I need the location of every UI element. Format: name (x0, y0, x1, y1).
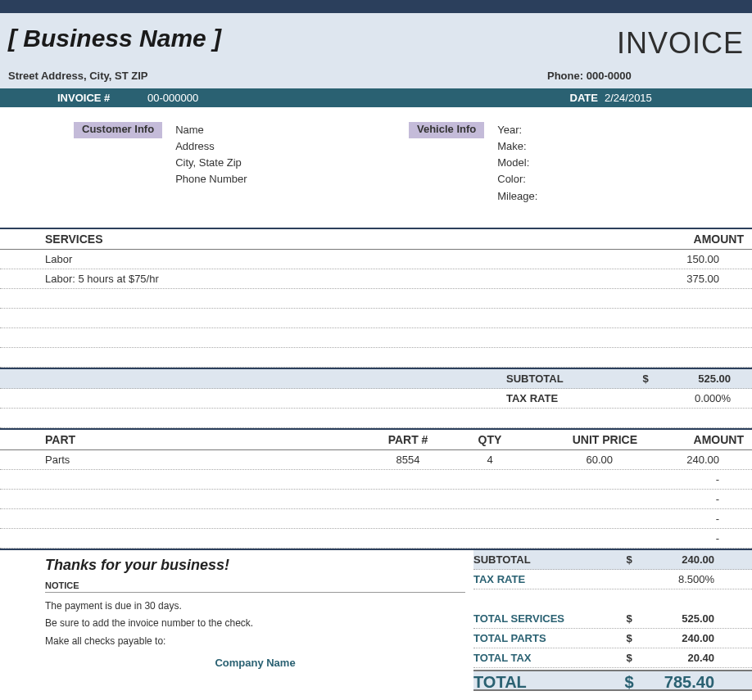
total-parts-row: TOTAL PARTS $ 240.00 (473, 629, 752, 648)
invoice-number: 00-000000 (147, 92, 557, 104)
customer-address: Address (175, 138, 247, 155)
service-row: Labor150.00 (0, 250, 752, 269)
part-desc: Parts (45, 454, 359, 466)
vehicle-info-pill: Vehicle Info (409, 122, 484, 138)
vehicle-year: Year: (497, 122, 537, 138)
services-amount-label: AMOUNT (637, 233, 744, 246)
date-value: 2/24/2015 (605, 92, 744, 104)
date-label: DATE (557, 92, 598, 104)
part-number: 8554 (359, 454, 457, 466)
parts-header: PART PART # QTY UNIT PRICE AMOUNT (0, 428, 752, 450)
gap-row (473, 589, 752, 609)
total-parts-label: TOTAL PARTS (473, 632, 621, 644)
total-tax-label: TOTAL TAX (473, 652, 621, 664)
parts-header-part: PART (45, 433, 359, 446)
phone-value: 000-0000 (587, 70, 632, 82)
services-taxrate-value: 0.000% (654, 392, 744, 404)
parts-header-qty: QTY (457, 433, 523, 446)
customer-phone: Phone Number (175, 171, 247, 187)
phone-label: Phone: (547, 70, 583, 82)
part-row: - (0, 509, 752, 529)
parts-taxrate-row: TAX RATE 8.500% (473, 570, 752, 589)
vehicle-mileage: Mileage: (497, 188, 537, 205)
notice-line-2: Be sure to add the invoice number to the… (45, 615, 465, 633)
grand-total-value: 785.40 (637, 670, 727, 691)
customer-info-pill: Customer Info (74, 122, 162, 138)
service-desc: Labor: 5 hours at $75/hr (45, 273, 637, 285)
part-row: - (0, 490, 752, 509)
parts-taxrate-value: 8.500% (637, 573, 727, 585)
company-name: Company Name (45, 657, 465, 669)
services-subtotal-block: SUBTOTAL $ 525.00 TAX RATE 0.000% (0, 368, 752, 428)
service-amount: 375.00 (637, 273, 744, 285)
header: [ Business Name ] INVOICE Street Address… (0, 13, 752, 88)
part-qty: 4 (457, 454, 523, 466)
top-strip (0, 0, 752, 13)
meta-bar: INVOICE # 00-000000 DATE 2/24/2015 (0, 88, 752, 107)
customer-city: City, State Zip (175, 155, 247, 171)
thanks-message: Thanks for your business! (45, 557, 465, 574)
part-amount: 240.00 (637, 454, 744, 466)
vehicle-model: Model: (497, 155, 537, 171)
service-row (0, 309, 752, 328)
part-row: - (0, 470, 752, 490)
notice-line-1: The payment is due in 30 days. (45, 598, 465, 616)
parts-subtotal-row: SUBTOTAL $ 240.00 (473, 550, 752, 570)
parts-header-num: PART # (359, 433, 457, 446)
part-row: Parts8554460.00240.00 (0, 450, 752, 470)
part-row: - (0, 529, 752, 549)
business-phone: Phone: 000-0000 (547, 70, 744, 82)
service-row: Labor: 5 hours at $75/hr375.00 (0, 269, 752, 289)
parts-subtotal-currency: $ (621, 553, 637, 566)
services-subtotal-currency: $ (637, 373, 654, 385)
customer-col: Customer Info Name Address City, State Z… (74, 122, 409, 205)
parts-subtotal-label: SUBTOTAL (473, 553, 621, 566)
info-row: Customer Info Name Address City, State Z… (0, 107, 752, 210)
business-address: Street Address, City, ST ZIP (8, 70, 547, 82)
service-row (0, 348, 752, 368)
invoice-title: INVOICE (617, 26, 744, 61)
total-services-value: 525.00 (637, 612, 727, 625)
customer-name: Name (175, 122, 247, 138)
parts-header-uprice: UNIT PRICE (523, 433, 637, 446)
grand-total-currency: $ (621, 670, 637, 691)
vehicle-color: Color: (497, 171, 537, 187)
parts-header-amount: AMOUNT (637, 433, 744, 446)
services-header-label: SERVICES (45, 233, 637, 246)
service-desc: Labor (45, 253, 637, 265)
service-row (0, 289, 752, 309)
part-unit-price: 60.00 (523, 454, 637, 466)
services-header: SERVICES AMOUNT (0, 228, 752, 250)
customer-lines: Name Address City, State Zip Phone Numbe… (175, 122, 247, 205)
total-services-row: TOTAL SERVICES $ 525.00 (473, 609, 752, 629)
services-taxrate-row: TAX RATE 0.000% (0, 389, 752, 409)
total-services-label: TOTAL SERVICES (473, 612, 621, 625)
grand-total-row: TOTAL $ 785.40 (473, 670, 752, 691)
total-parts-value: 240.00 (637, 632, 727, 644)
vehicle-lines: Year: Make: Model: Color: Mileage: (497, 122, 537, 205)
total-tax-currency: $ (621, 652, 637, 664)
footer-split: Thanks for your business! NOTICE The pay… (0, 549, 752, 691)
part-amount: - (637, 513, 744, 525)
total-parts-currency: $ (621, 632, 637, 644)
total-tax-row: TOTAL TAX $ 20.40 (473, 648, 752, 668)
part-amount: - (637, 473, 744, 485)
service-row (0, 328, 752, 348)
part-amount: - (637, 532, 744, 544)
services-blank-row (0, 409, 752, 428)
total-services-currency: $ (621, 612, 637, 625)
services-subtotal-value: 525.00 (654, 373, 744, 385)
notice-header: NOTICE (45, 580, 465, 593)
service-amount: 150.00 (637, 253, 744, 265)
total-tax-value: 20.40 (637, 652, 727, 664)
footer-right: SUBTOTAL $ 240.00 TAX RATE 8.500% TOTAL … (473, 550, 752, 691)
services-subtotal-row: SUBTOTAL $ 525.00 (0, 369, 752, 389)
services-taxrate-label: TAX RATE (506, 392, 637, 404)
grand-total-label: TOTAL (473, 670, 621, 691)
invoice-number-label: INVOICE # (57, 92, 147, 104)
services-subtotal-label: SUBTOTAL (506, 373, 637, 385)
notice-line-3: Make all checks payable to: (45, 633, 465, 651)
parts-subtotal-value: 240.00 (637, 553, 727, 566)
address-row: Street Address, City, ST ZIP Phone: 000-… (8, 70, 744, 82)
footer-left: Thanks for your business! NOTICE The pay… (0, 550, 473, 691)
